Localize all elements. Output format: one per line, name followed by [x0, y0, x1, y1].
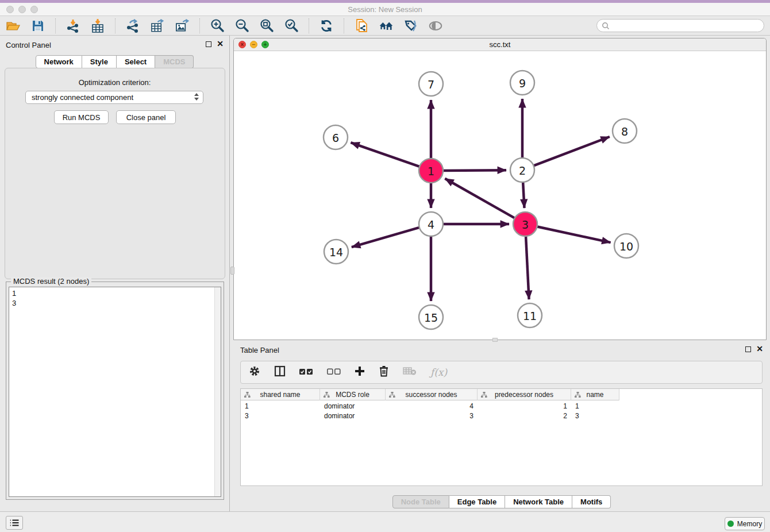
- table-row[interactable]: 3dominator323: [241, 411, 619, 421]
- app-title: Session: New Session: [0, 5, 770, 14]
- column-header-successor-nodes[interactable]: successor nodes: [386, 389, 478, 400]
- network-canvas[interactable]: 7968124314101511: [234, 51, 766, 340]
- delete-table-button[interactable]: [403, 367, 417, 378]
- node-label-10: 10: [619, 240, 633, 253]
- deselect-all-button[interactable]: [327, 367, 341, 377]
- float-panel-icon[interactable]: [206, 41, 211, 47]
- result-scrollbar[interactable]: [214, 287, 221, 496]
- zoom-fit-button[interactable]: [259, 18, 274, 33]
- duplicate-network-icon: [354, 18, 369, 33]
- delete-column-button[interactable]: [379, 365, 389, 379]
- table-settings-button[interactable]: [249, 365, 260, 379]
- column-header-predecessor-nodes[interactable]: predecessor nodes: [478, 389, 571, 400]
- import-table-button[interactable]: [90, 18, 105, 33]
- cell-successor-nodes[interactable]: 4: [386, 402, 478, 411]
- edge-2-3[interactable]: [523, 181, 525, 208]
- node-label-6: 6: [332, 132, 339, 144]
- column-header-name[interactable]: name: [571, 389, 619, 400]
- zoom-out-button[interactable]: [234, 18, 249, 33]
- cell-predecessor-nodes[interactable]: 1: [478, 402, 571, 411]
- tab-edge-table[interactable]: Edge Table: [449, 495, 505, 508]
- edge-2-8[interactable]: [533, 137, 610, 166]
- duplicate-network-button[interactable]: [354, 18, 369, 33]
- export-network-icon: [125, 18, 140, 33]
- network-window-titlebar[interactable]: × − + scc.txt: [234, 38, 766, 51]
- column-label: predecessor nodes: [495, 391, 553, 399]
- column-label: name: [586, 391, 603, 399]
- save-session-button[interactable]: [30, 18, 45, 33]
- select-all-button[interactable]: [299, 367, 313, 377]
- close-panel-icon[interactable]: ✕: [756, 346, 763, 352]
- show-column-button[interactable]: [274, 365, 286, 379]
- home-icon: [379, 19, 394, 33]
- close-panel-button[interactable]: Close panel: [116, 110, 176, 124]
- float-panel-icon[interactable]: [745, 346, 751, 352]
- tab-network[interactable]: Network: [36, 55, 82, 68]
- tab-style[interactable]: Style: [82, 55, 117, 68]
- zoom-selected-button[interactable]: [284, 18, 299, 33]
- node-label-8: 8: [621, 125, 628, 138]
- cell-name[interactable]: 3: [571, 411, 619, 421]
- refresh-button[interactable]: [319, 18, 334, 33]
- export-table-button[interactable]: [150, 18, 165, 33]
- open-session-button[interactable]: [6, 18, 21, 33]
- cell-shared-name[interactable]: 1: [241, 402, 320, 411]
- run-mcds-button[interactable]: Run MCDS: [54, 110, 109, 124]
- network-graph[interactable]: 7968124314101511: [234, 51, 766, 340]
- edge-1-6[interactable]: [351, 142, 421, 167]
- hierarchy-icon: [324, 392, 330, 398]
- export-image-button[interactable]: [175, 18, 190, 33]
- tab-mcds[interactable]: MCDS: [155, 55, 194, 68]
- cell-predecessor-nodes[interactable]: 2: [478, 411, 571, 421]
- cell-shared-name[interactable]: 3: [241, 411, 320, 421]
- mcds-result-frame: MCDS result (2 nodes) 1 3: [6, 282, 224, 500]
- column-header-shared-name[interactable]: shared name: [241, 389, 320, 400]
- edge-3-1[interactable]: [445, 179, 515, 219]
- splitter-grip[interactable]: [230, 267, 234, 275]
- close-panel-icon[interactable]: ✕: [217, 41, 224, 47]
- edge-3-11[interactable]: [526, 235, 529, 299]
- export-network-button[interactable]: [125, 18, 140, 33]
- cell-MCDS-role[interactable]: dominator: [320, 411, 386, 421]
- tab-select[interactable]: Select: [117, 55, 155, 68]
- task-history-button[interactable]: [6, 516, 23, 530]
- control-panel: Control Panel ✕ NetworkStyleSelectMCDS O…: [0, 36, 230, 511]
- edge-1-2[interactable]: [442, 170, 506, 171]
- show-hide-panel-button[interactable]: [428, 18, 443, 33]
- trash-icon: [379, 365, 389, 377]
- hierarchy-icon: [389, 392, 395, 398]
- home-button[interactable]: [379, 18, 394, 33]
- hide-labels-button[interactable]: [403, 18, 418, 33]
- hide-labels-icon: [403, 18, 418, 33]
- edge-4-14[interactable]: [352, 227, 421, 247]
- optimization-criterion-select[interactable]: strongly connected component: [25, 91, 203, 104]
- cell-MCDS-role[interactable]: dominator: [320, 402, 386, 411]
- memory-button[interactable]: Memory: [725, 517, 765, 530]
- control-panel-header: Control Panel ✕: [0, 39, 229, 52]
- table-row[interactable]: 1dominator411: [241, 402, 619, 411]
- import-network-button[interactable]: [66, 18, 80, 33]
- hierarchy-icon: [481, 392, 487, 398]
- node-label-15: 15: [424, 311, 438, 324]
- cell-name[interactable]: 1: [571, 402, 619, 411]
- search-input[interactable]: [596, 19, 764, 32]
- dropdown-stepper-icon: [194, 93, 199, 101]
- deselect-all-icon: [327, 368, 341, 375]
- tab-motifs[interactable]: Motifs: [572, 495, 611, 508]
- zoom-in-button[interactable]: [210, 18, 225, 33]
- tab-node-table[interactable]: Node Table: [392, 495, 449, 508]
- columns-icon: [274, 365, 286, 377]
- resize-grip[interactable]: [492, 338, 498, 342]
- edge-3-10[interactable]: [536, 226, 611, 242]
- column-header-MCDS-role[interactable]: MCDS role: [320, 389, 386, 400]
- mcds-result-text[interactable]: 1 3: [9, 287, 221, 497]
- export-table-icon: [150, 18, 165, 33]
- node-label-1: 1: [428, 165, 434, 178]
- tab-network-table[interactable]: Network Table: [505, 495, 572, 508]
- node-table[interactable]: shared nameMCDS rolesuccessor nodesprede…: [240, 388, 763, 486]
- optimization-criterion-label: Optimization criterion:: [0, 78, 229, 87]
- add-column-button[interactable]: [355, 366, 365, 379]
- cell-successor-nodes[interactable]: 3: [386, 411, 478, 421]
- network-view-window: × − + scc.txt 7968124314101511: [233, 38, 767, 340]
- function-builder-button[interactable]: ƒ(x): [430, 367, 447, 378]
